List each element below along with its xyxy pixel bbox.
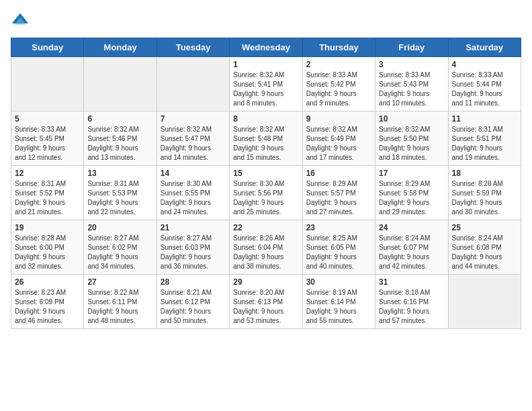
day-number: 9: [306, 114, 371, 124]
day-number: 2: [306, 60, 371, 69]
calendar-header-row: SundayMondayTuesdayWednesdayThursdayFrid…: [11, 38, 521, 57]
day-number: 4: [452, 60, 517, 69]
calendar-week-row: 1Sunrise: 8:32 AM Sunset: 5:41 PM Daylig…: [11, 57, 521, 111]
day-number: 1: [233, 60, 298, 69]
page-header: [11, 11, 521, 30]
calendar-day-cell: 23Sunrise: 8:25 AM Sunset: 6:05 PM Dayli…: [302, 220, 375, 275]
calendar-day-cell: 19Sunrise: 8:28 AM Sunset: 6:00 PM Dayli…: [11, 220, 84, 275]
calendar-day-cell: 20Sunrise: 8:27 AM Sunset: 6:02 PM Dayli…: [84, 220, 157, 275]
day-of-week-header: Tuesday: [157, 38, 229, 57]
calendar-day-cell: 31Sunrise: 8:18 AM Sunset: 6:16 PM Dayli…: [375, 275, 448, 329]
day-number: 27: [87, 277, 152, 287]
day-number: 20: [87, 223, 152, 232]
calendar-day-cell: 18Sunrise: 8:28 AM Sunset: 5:59 PM Dayli…: [448, 166, 521, 220]
day-info: Sunrise: 8:28 AM Sunset: 5:59 PM Dayligh…: [452, 179, 517, 217]
day-info: Sunrise: 8:23 AM Sunset: 6:09 PM Dayligh…: [15, 288, 80, 326]
day-of-week-header: Saturday: [448, 38, 521, 57]
calendar-day-cell: [157, 57, 229, 111]
day-number: 23: [306, 223, 371, 232]
calendar-day-cell: 27Sunrise: 8:22 AM Sunset: 6:11 PM Dayli…: [84, 275, 157, 329]
day-info: Sunrise: 8:32 AM Sunset: 5:48 PM Dayligh…: [233, 125, 298, 163]
day-of-week-header: Wednesday: [230, 38, 302, 57]
calendar-day-cell: [448, 275, 521, 329]
day-info: Sunrise: 8:21 AM Sunset: 6:12 PM Dayligh…: [161, 288, 226, 326]
day-info: Sunrise: 8:32 AM Sunset: 5:50 PM Dayligh…: [379, 125, 444, 163]
calendar-day-cell: 11Sunrise: 8:31 AM Sunset: 5:51 PM Dayli…: [448, 111, 521, 166]
calendar-day-cell: 9Sunrise: 8:32 AM Sunset: 5:49 PM Daylig…: [302, 111, 375, 166]
day-number: 5: [15, 114, 80, 124]
calendar-day-cell: 30Sunrise: 8:19 AM Sunset: 6:14 PM Dayli…: [302, 275, 375, 329]
day-info: Sunrise: 8:30 AM Sunset: 5:55 PM Dayligh…: [161, 179, 226, 217]
calendar-day-cell: 3Sunrise: 8:33 AM Sunset: 5:43 PM Daylig…: [375, 57, 448, 111]
calendar-day-cell: 26Sunrise: 8:23 AM Sunset: 6:09 PM Dayli…: [11, 275, 84, 329]
calendar-day-cell: 24Sunrise: 8:24 AM Sunset: 6:07 PM Dayli…: [375, 220, 448, 275]
calendar-day-cell: 14Sunrise: 8:30 AM Sunset: 5:55 PM Dayli…: [157, 166, 229, 220]
day-number: 7: [161, 114, 226, 124]
calendar-week-row: 19Sunrise: 8:28 AM Sunset: 6:00 PM Dayli…: [11, 220, 521, 275]
day-of-week-header: Sunday: [11, 38, 84, 57]
day-number: 29: [233, 277, 298, 287]
day-number: 3: [379, 60, 444, 69]
day-number: 24: [379, 223, 444, 232]
calendar-day-cell: 2Sunrise: 8:33 AM Sunset: 5:42 PM Daylig…: [302, 57, 375, 111]
calendar-day-cell: 16Sunrise: 8:29 AM Sunset: 5:57 PM Dayli…: [302, 166, 375, 220]
day-info: Sunrise: 8:18 AM Sunset: 6:16 PM Dayligh…: [379, 288, 444, 326]
day-info: Sunrise: 8:27 AM Sunset: 6:02 PM Dayligh…: [87, 234, 152, 271]
day-info: Sunrise: 8:33 AM Sunset: 5:43 PM Dayligh…: [379, 71, 444, 108]
day-number: 14: [161, 169, 226, 178]
calendar-day-cell: 21Sunrise: 8:27 AM Sunset: 6:03 PM Dayli…: [157, 220, 229, 275]
calendar-day-cell: 28Sunrise: 8:21 AM Sunset: 6:12 PM Dayli…: [157, 275, 229, 329]
day-of-week-header: Monday: [84, 38, 157, 57]
calendar-day-cell: 17Sunrise: 8:29 AM Sunset: 5:58 PM Dayli…: [375, 166, 448, 220]
day-number: 17: [379, 169, 444, 178]
day-info: Sunrise: 8:24 AM Sunset: 6:08 PM Dayligh…: [452, 234, 517, 271]
day-info: Sunrise: 8:27 AM Sunset: 6:03 PM Dayligh…: [161, 234, 226, 271]
calendar-day-cell: [84, 57, 157, 111]
day-info: Sunrise: 8:32 AM Sunset: 5:47 PM Dayligh…: [161, 125, 226, 163]
day-info: Sunrise: 8:31 AM Sunset: 5:53 PM Dayligh…: [87, 179, 152, 217]
day-number: 31: [379, 277, 444, 287]
day-info: Sunrise: 8:32 AM Sunset: 5:46 PM Dayligh…: [87, 125, 152, 163]
day-info: Sunrise: 8:29 AM Sunset: 5:57 PM Dayligh…: [306, 179, 371, 217]
calendar-day-cell: 22Sunrise: 8:26 AM Sunset: 6:04 PM Dayli…: [230, 220, 302, 275]
day-info: Sunrise: 8:31 AM Sunset: 5:52 PM Dayligh…: [15, 179, 80, 217]
calendar-day-cell: 15Sunrise: 8:30 AM Sunset: 5:56 PM Dayli…: [230, 166, 302, 220]
calendar-day-cell: 6Sunrise: 8:32 AM Sunset: 5:46 PM Daylig…: [84, 111, 157, 166]
calendar-day-cell: 7Sunrise: 8:32 AM Sunset: 5:47 PM Daylig…: [157, 111, 229, 166]
day-number: 28: [161, 277, 226, 287]
day-info: Sunrise: 8:33 AM Sunset: 5:45 PM Dayligh…: [15, 125, 80, 163]
calendar-day-cell: [11, 57, 84, 111]
day-info: Sunrise: 8:28 AM Sunset: 6:00 PM Dayligh…: [15, 234, 80, 271]
day-info: Sunrise: 8:32 AM Sunset: 5:41 PM Dayligh…: [233, 71, 298, 108]
day-info: Sunrise: 8:20 AM Sunset: 6:13 PM Dayligh…: [233, 288, 298, 326]
calendar-day-cell: 29Sunrise: 8:20 AM Sunset: 6:13 PM Dayli…: [230, 275, 302, 329]
day-number: 30: [306, 277, 371, 287]
day-info: Sunrise: 8:33 AM Sunset: 5:44 PM Dayligh…: [452, 71, 517, 108]
calendar-day-cell: 13Sunrise: 8:31 AM Sunset: 5:53 PM Dayli…: [84, 166, 157, 220]
day-info: Sunrise: 8:29 AM Sunset: 5:58 PM Dayligh…: [379, 179, 444, 217]
day-number: 25: [452, 223, 517, 232]
calendar-day-cell: 8Sunrise: 8:32 AM Sunset: 5:48 PM Daylig…: [230, 111, 302, 166]
calendar-day-cell: 1Sunrise: 8:32 AM Sunset: 5:41 PM Daylig…: [230, 57, 302, 111]
day-number: 21: [161, 223, 226, 232]
day-number: 8: [233, 114, 298, 124]
day-info: Sunrise: 8:24 AM Sunset: 6:07 PM Dayligh…: [379, 234, 444, 271]
day-number: 19: [15, 223, 80, 232]
day-number: 13: [87, 169, 152, 178]
day-number: 18: [452, 169, 517, 178]
calendar-day-cell: 12Sunrise: 8:31 AM Sunset: 5:52 PM Dayli…: [11, 166, 84, 220]
day-info: Sunrise: 8:26 AM Sunset: 6:04 PM Dayligh…: [233, 234, 298, 271]
day-info: Sunrise: 8:25 AM Sunset: 6:05 PM Dayligh…: [306, 234, 371, 271]
day-number: 15: [233, 169, 298, 178]
day-of-week-header: Thursday: [302, 38, 375, 57]
logo: [11, 11, 32, 30]
calendar-day-cell: 25Sunrise: 8:24 AM Sunset: 6:08 PM Dayli…: [448, 220, 521, 275]
calendar-week-row: 12Sunrise: 8:31 AM Sunset: 5:52 PM Dayli…: [11, 166, 521, 220]
day-info: Sunrise: 8:31 AM Sunset: 5:51 PM Dayligh…: [452, 125, 517, 163]
day-number: 12: [15, 169, 80, 178]
day-number: 26: [15, 277, 80, 287]
calendar-week-row: 5Sunrise: 8:33 AM Sunset: 5:45 PM Daylig…: [11, 111, 521, 166]
calendar-day-cell: 10Sunrise: 8:32 AM Sunset: 5:50 PM Dayli…: [375, 111, 448, 166]
day-info: Sunrise: 8:30 AM Sunset: 5:56 PM Dayligh…: [233, 179, 298, 217]
day-number: 6: [87, 114, 152, 124]
